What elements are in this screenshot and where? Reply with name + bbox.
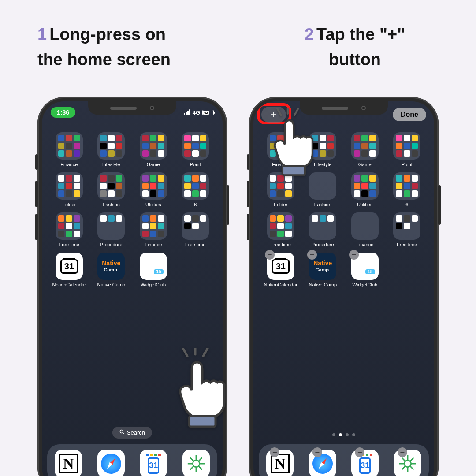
svg-rect-6 — [189, 416, 216, 427]
svg-point-2 — [193, 460, 199, 467]
folder-label: Lifestyle — [102, 162, 120, 167]
folder-label: Procedure — [100, 242, 123, 247]
tap-hand-icon — [262, 108, 322, 177]
dock-app-claude[interactable] — [182, 450, 210, 476]
folder-finance[interactable]: Finance — [346, 212, 384, 247]
remove-badge[interactable]: − — [307, 250, 317, 260]
time-pill[interactable]: 1:36 — [51, 107, 75, 118]
folder-label: Free time — [185, 242, 205, 247]
svg-point-7 — [404, 460, 411, 467]
folder-fashion[interactable]: Fashion — [92, 172, 131, 207]
step2-instruction: 2Tap the "+" button — [271, 22, 439, 72]
phone-step1: 1:36 4G 62 FinanceLifestyleGamePointFold… — [37, 97, 227, 476]
app-nativecamp[interactable]: NativeCamp.Native Camp — [92, 253, 131, 287]
folder-free-time[interactable]: Free time — [388, 212, 427, 247]
dock: N31 — [47, 444, 217, 476]
folder-procedure[interactable]: Procedure — [304, 212, 342, 247]
safari-icon — [97, 450, 125, 476]
folder-folder[interactable]: Folder — [261, 172, 300, 207]
notion-icon: N — [55, 450, 82, 476]
folder-lifestyle[interactable]: Lifestyle — [92, 132, 131, 167]
step1-instruction: 1Long-press on the home screen — [37, 22, 231, 72]
search-icon — [119, 429, 125, 436]
folder-free-time[interactable]: Free time — [50, 212, 89, 247]
folder-label: Point — [190, 162, 201, 167]
notch — [88, 101, 176, 115]
app-widgetclub[interactable]: 15WidgetClub — [134, 253, 173, 287]
folder-label: Fashion — [103, 202, 120, 207]
folder-label: Utilities — [357, 202, 372, 207]
tap-hand-icon — [165, 348, 236, 429]
nativecamp-icon: NativeCamp. — [97, 253, 125, 280]
svg-line-5 — [203, 348, 208, 356]
folder-point[interactable]: Point — [176, 132, 215, 167]
svg-line-10 — [294, 108, 298, 115]
dock-app-notion[interactable]: N — [55, 450, 82, 476]
folder-point[interactable]: Point — [388, 132, 427, 167]
folder-finance[interactable]: Finance — [134, 212, 173, 247]
folder-label: Free time — [59, 242, 79, 247]
step1-number: 1 — [37, 25, 47, 44]
widgetclub-icon: 15 — [140, 253, 167, 280]
folder-label: Finance — [356, 242, 373, 247]
folder-label: Procedure — [312, 242, 334, 247]
folder-label: Fashion — [314, 202, 331, 207]
folder-label: Game — [358, 162, 372, 167]
app-notioncalendar[interactable]: 31NotionCalendar — [50, 253, 89, 287]
folder-utilities[interactable]: Utilities — [346, 172, 384, 207]
svg-rect-11 — [283, 166, 305, 175]
search-button[interactable]: Search — [112, 427, 152, 439]
dock-app-claude[interactable]: − — [394, 450, 421, 476]
remove-badge[interactable]: − — [265, 250, 275, 260]
folder-game[interactable]: Game — [134, 132, 173, 167]
folder-utilities[interactable]: Utilities — [134, 172, 173, 207]
signal-icon — [184, 109, 190, 115]
phone-step2: + Done FinanceLifestyleGamePointFolderFa… — [249, 97, 439, 476]
svg-point-0 — [120, 430, 123, 433]
dock: −N−−31− — [259, 444, 429, 476]
folder-label: Game — [147, 162, 160, 167]
dock-app-calendar[interactable]: −31 — [351, 450, 379, 476]
folder-procedure[interactable]: Procedure — [92, 212, 131, 247]
dock-app-calendar[interactable]: 31 — [140, 450, 167, 476]
folder-free-time[interactable]: Free time — [261, 212, 300, 247]
dock-app-notion[interactable]: −N — [266, 450, 294, 476]
remove-badge[interactable]: − — [312, 447, 322, 457]
folder-finance[interactable]: Finance — [50, 132, 89, 167]
folder-label: Point — [402, 162, 413, 167]
google-calendar-icon: 31 — [140, 450, 167, 476]
remove-badge[interactable]: − — [398, 447, 407, 457]
claude-icon — [182, 450, 210, 476]
dock-app-safari[interactable] — [97, 450, 125, 476]
folder-label: 6 — [194, 202, 197, 207]
battery-icon: 62 — [202, 110, 214, 115]
svg-line-1 — [123, 433, 124, 434]
folder-label: Finance — [60, 162, 78, 167]
folder-6[interactable]: 6 — [388, 172, 427, 207]
svg-line-3 — [183, 348, 187, 356]
app-notioncalendar[interactable]: −31NotionCalendar — [261, 253, 300, 287]
folder-label: Folder — [62, 202, 76, 207]
app-nativecamp[interactable]: −NativeCamp.Native Camp — [304, 253, 342, 287]
network-label: 4G — [193, 109, 200, 116]
remove-badge[interactable]: − — [349, 250, 359, 260]
folder-label: Utilities — [145, 202, 161, 207]
page-dots[interactable] — [332, 433, 355, 436]
folder-label: 6 — [405, 202, 408, 207]
dock-app-safari[interactable]: − — [309, 450, 336, 476]
done-button[interactable]: Done — [393, 108, 426, 121]
folder-folder[interactable]: Folder — [50, 172, 89, 207]
step2-number: 2 — [305, 25, 314, 44]
folder-label: Finance — [145, 242, 162, 247]
calendar-icon: 31 — [56, 253, 83, 280]
folder-label: Free time — [271, 242, 291, 247]
folder-label: Free time — [397, 242, 417, 247]
folder-fashion[interactable]: Fashion — [304, 172, 342, 207]
folder-6[interactable]: 6 — [176, 172, 215, 207]
app-widgetclub[interactable]: −15WidgetClub — [346, 253, 384, 287]
folder-label: Folder — [274, 202, 287, 207]
folder-game[interactable]: Game — [346, 132, 384, 167]
svg-line-8 — [277, 108, 281, 115]
folder-free-time[interactable]: Free time — [176, 212, 215, 247]
